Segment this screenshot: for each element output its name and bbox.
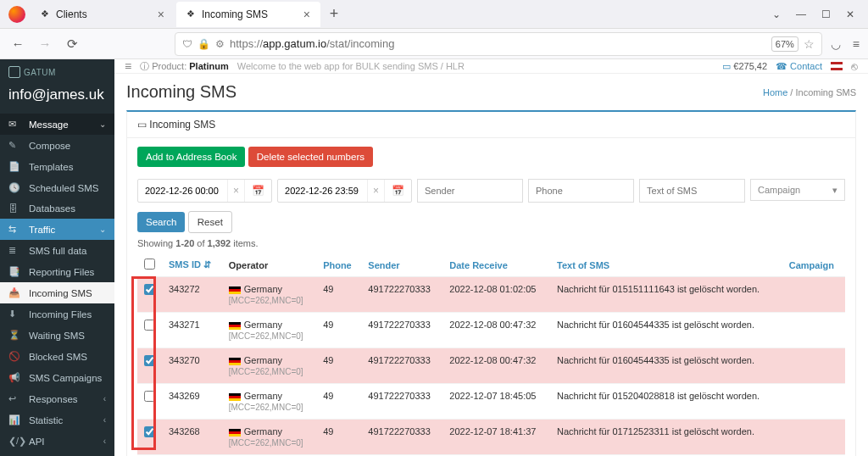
col-text[interactable]: Text of SMS bbox=[550, 253, 782, 277]
card-icon: ▭ bbox=[722, 61, 731, 72]
sms-table: SMS ID ⇵ Operator Phone Sender Date Rece… bbox=[137, 253, 845, 456]
col-date[interactable]: Date Receive bbox=[442, 253, 550, 277]
calendar-icon[interactable]: 📅 bbox=[384, 180, 411, 202]
url-input[interactable]: 🛡 🔒 ⚙ https://app.gatum.io/stat/incoming… bbox=[175, 32, 822, 56]
cell-sender: 491722270333 bbox=[361, 277, 442, 313]
col-phone[interactable]: Phone bbox=[316, 253, 361, 277]
row-checkbox[interactable] bbox=[144, 284, 155, 295]
cell-date: 2022-12-07 18:45:05 bbox=[442, 384, 550, 420]
table-row: 343270Germany[MCC=262,MNC=0]494917222703… bbox=[137, 348, 845, 384]
tab-incoming-sms[interactable]: ❖ Incoming SMS × bbox=[176, 2, 320, 27]
menu-icon[interactable]: ≡ bbox=[853, 37, 860, 51]
chevron-down-icon[interactable]: ⌄ bbox=[772, 8, 781, 20]
search-button[interactable]: Search bbox=[137, 212, 185, 232]
hamburger-icon[interactable]: ≡ bbox=[125, 59, 131, 73]
cell-sender: 491722270333 bbox=[361, 420, 442, 455]
pocket-icon[interactable]: ◡ bbox=[831, 37, 841, 51]
add-address-book-button[interactable]: Add to Address Book bbox=[137, 147, 245, 167]
cell-date: 2022-12-08 00:47:32 bbox=[442, 313, 550, 348]
sidebar-item-scheduled[interactable]: 🕓Scheduled SMS bbox=[0, 177, 114, 198]
cell-sender: 491722270333 bbox=[361, 348, 442, 384]
forward-button[interactable]: → bbox=[36, 36, 54, 51]
sidebar-item-templates[interactable]: 📄Templates bbox=[0, 156, 114, 177]
minimize-icon[interactable]: — bbox=[796, 8, 806, 20]
breadcrumb-home[interactable]: Home bbox=[763, 87, 787, 97]
tab-clients[interactable]: ❖ Clients × bbox=[31, 2, 175, 27]
top-bar: ≡ ⓘ Product: Platinum Welcome to the web… bbox=[114, 59, 868, 74]
flag-de-icon bbox=[229, 358, 241, 365]
pencil-icon: ✎ bbox=[8, 140, 22, 151]
inbox-icon: 📥 bbox=[8, 287, 22, 298]
sidebar: GATUM info@james.uk ✉Message⌄ ✎Compose 📄… bbox=[0, 59, 114, 456]
cell-phone: 49 bbox=[316, 277, 361, 313]
contact-link[interactable]: ☎Contact bbox=[776, 61, 822, 72]
date-to-input[interactable]: × 📅 bbox=[277, 179, 412, 203]
sidebar-item-traffic[interactable]: ⇆Traffic⌄ bbox=[0, 219, 114, 240]
sidebar-item-databases[interactable]: 🗄Databases bbox=[0, 198, 114, 219]
reset-button[interactable]: Reset bbox=[188, 211, 232, 233]
clear-icon[interactable]: × bbox=[227, 180, 244, 202]
sidebar-item-campaigns[interactable]: 📢SMS Campaigns bbox=[0, 367, 114, 388]
sidebar-item-api[interactable]: ❮/❯API‹ bbox=[0, 431, 114, 452]
cell-operator: Germany[MCC=262,MNC=0] bbox=[222, 420, 316, 455]
sidebar-item-blocked[interactable]: 🚫Blocked SMS bbox=[0, 346, 114, 367]
col-sms-id[interactable]: SMS ID ⇵ bbox=[162, 253, 222, 277]
tab-label: Incoming SMS bbox=[202, 8, 302, 20]
row-checkbox[interactable] bbox=[144, 391, 155, 402]
sidebar-item-statistic[interactable]: 📊Statistic‹ bbox=[0, 409, 114, 431]
sidebar-item-incoming-files[interactable]: ⬇Incoming Files bbox=[0, 303, 114, 325]
row-checkbox[interactable] bbox=[144, 426, 155, 437]
tab-favicon: ❖ bbox=[39, 8, 51, 20]
sidebar-item-sms-full[interactable]: ≣SMS full data bbox=[0, 240, 114, 261]
logout-icon[interactable]: ⎋ bbox=[851, 60, 858, 73]
text-filter[interactable] bbox=[639, 179, 745, 203]
row-checkbox[interactable] bbox=[144, 355, 155, 366]
row-checkbox[interactable] bbox=[144, 320, 155, 331]
delete-selected-button[interactable]: Delete selected numbers bbox=[248, 147, 373, 167]
sender-filter[interactable] bbox=[417, 179, 523, 203]
cell-sms-id: 343269 bbox=[162, 384, 222, 420]
flag-de-icon bbox=[229, 429, 241, 437]
sidebar-item-responses[interactable]: ↩Responses‹ bbox=[0, 388, 114, 409]
reply-icon: ↩ bbox=[8, 393, 22, 404]
col-sender[interactable]: Sender bbox=[361, 253, 442, 277]
flag-us-icon[interactable] bbox=[831, 62, 843, 70]
balance-display[interactable]: ▭€275,42 bbox=[722, 61, 767, 72]
reload-button[interactable]: ⟳ bbox=[63, 36, 81, 52]
welcome-text: Welcome to the web app for BULK sending … bbox=[237, 61, 465, 71]
cell-campaign bbox=[782, 384, 845, 420]
close-tab-icon[interactable]: × bbox=[156, 8, 166, 21]
sidebar-item-waiting[interactable]: ⏳Waiting SMS bbox=[0, 325, 114, 346]
cell-campaign bbox=[782, 277, 845, 313]
cell-campaign bbox=[782, 420, 845, 455]
maximize-icon[interactable]: ☐ bbox=[821, 8, 831, 20]
calendar-icon[interactable]: 📅 bbox=[244, 180, 271, 202]
select-all-checkbox[interactable] bbox=[144, 259, 155, 270]
sidebar-item-message[interactable]: ✉Message⌄ bbox=[0, 114, 114, 135]
new-tab-button[interactable]: + bbox=[322, 5, 346, 23]
zoom-level[interactable]: 67% bbox=[771, 36, 798, 52]
bookmark-star-icon[interactable]: ☆ bbox=[804, 37, 815, 51]
table-row: 343268Germany[MCC=262,MNC=0]494917222703… bbox=[137, 420, 845, 455]
sidebar-item-compose[interactable]: ✎Compose bbox=[0, 135, 114, 156]
close-tab-icon[interactable]: × bbox=[302, 8, 312, 21]
sidebar-item-finance[interactable]: 💰Finance‹ bbox=[0, 452, 114, 456]
back-button[interactable]: ← bbox=[8, 36, 27, 51]
sidebar-item-reporting[interactable]: 📑Reporting Files bbox=[0, 261, 114, 282]
traffic-icon: ⇆ bbox=[8, 224, 22, 235]
clear-icon[interactable]: × bbox=[367, 180, 384, 202]
sidebar-item-incoming-sms[interactable]: 📥Incoming SMS bbox=[0, 282, 114, 303]
phone-filter[interactable] bbox=[528, 179, 634, 203]
close-window-icon[interactable]: ✕ bbox=[846, 8, 854, 20]
col-operator: Operator bbox=[222, 253, 316, 277]
lock-icon: 🔒 bbox=[198, 38, 210, 50]
campaign-select[interactable]: Campaign▾ bbox=[750, 179, 845, 201]
cell-operator: Germany[MCC=262,MNC=0] bbox=[222, 384, 316, 420]
cell-phone: 49 bbox=[316, 384, 361, 420]
flag-de-icon bbox=[229, 286, 241, 294]
breadcrumb-current: Incoming SMS bbox=[795, 87, 856, 97]
col-campaign[interactable]: Campaign bbox=[782, 253, 845, 277]
database-icon: 🗄 bbox=[8, 203, 22, 214]
cell-phone: 49 bbox=[316, 348, 361, 384]
date-from-input[interactable]: × 📅 bbox=[137, 179, 272, 203]
